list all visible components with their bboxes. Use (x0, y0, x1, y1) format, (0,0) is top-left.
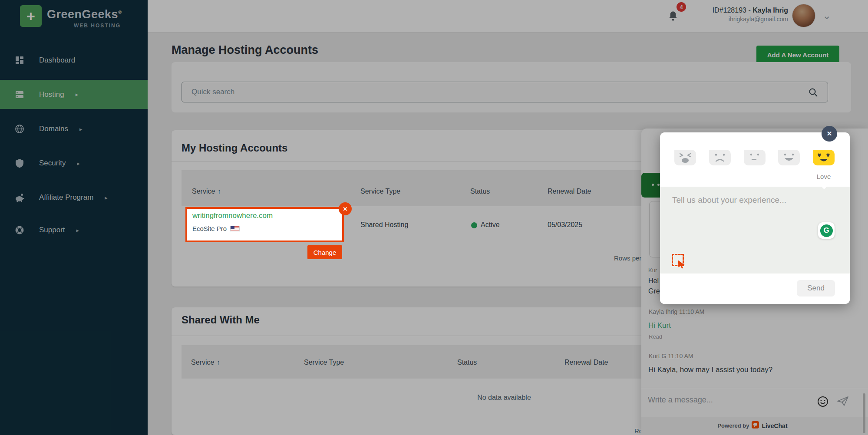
service-plan: EcoSite Pro (192, 225, 240, 232)
send-feedback-button[interactable]: Send (797, 280, 835, 297)
service-domain-link[interactable]: writingfromnowhere.com (192, 211, 273, 220)
grammarly-icon[interactable]: G (818, 222, 835, 239)
change-button[interactable]: Change (307, 245, 342, 259)
angry-rating-icon[interactable] (674, 150, 696, 165)
love-rating-icon[interactable] (813, 150, 835, 165)
greengeeks-dashboard: + GreenGeeks® WEB HOSTING Dashboard Host… (0, 0, 868, 435)
plan-name: EcoSite Pro (192, 225, 227, 232)
neutral-rating-icon[interactable] (744, 150, 766, 165)
us-flag-icon (230, 226, 240, 231)
close-feedback-icon[interactable]: ✕ (822, 126, 837, 142)
selected-rating-label: Love (811, 173, 837, 180)
sad-rating-icon[interactable] (709, 150, 731, 165)
cursor-arrow-icon (677, 260, 687, 271)
happy-rating-icon[interactable] (778, 150, 800, 165)
close-annotation-icon[interactable]: ✕ (339, 202, 352, 215)
